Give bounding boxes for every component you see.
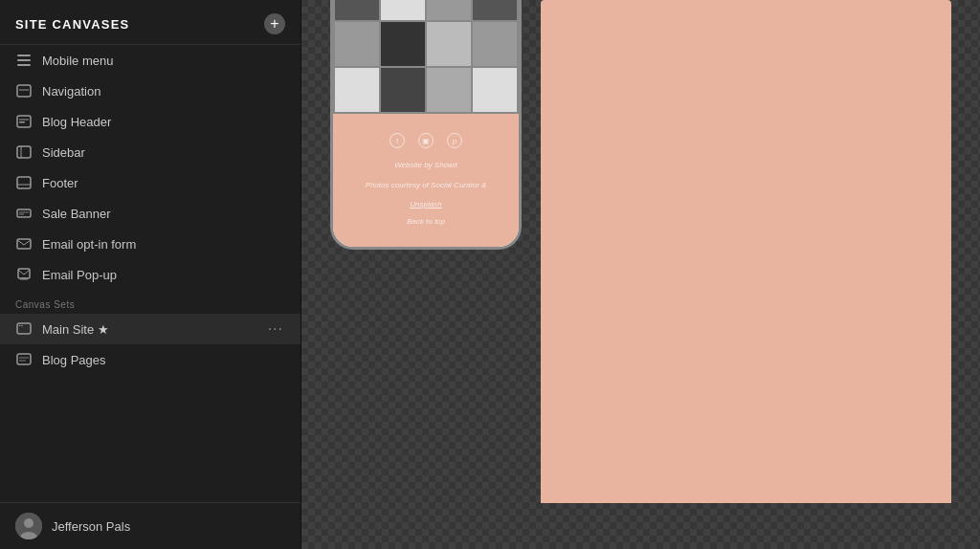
svg-rect-18	[17, 323, 31, 334]
svg-rect-15	[17, 239, 31, 249]
mobile-menu-label: Mobile menu	[42, 54, 113, 68]
img-cell	[473, 22, 517, 66]
img-cell	[427, 0, 471, 20]
sidebar-item-blog-header[interactable]: Blog Header	[0, 106, 301, 137]
navigation-icon	[15, 82, 33, 99]
svg-rect-2	[17, 64, 31, 66]
mobile-menu-icon	[15, 52, 33, 69]
mobile-phone-preview: f ▣ p Website by Showit Photos courtesy …	[330, 0, 522, 250]
sidebar-item-navigation[interactable]: Navigation	[0, 76, 301, 106]
sidebar-items-list: Mobile menu Navigation Blog Header	[0, 45, 301, 502]
img-cell	[335, 68, 379, 112]
svg-rect-0	[17, 55, 31, 56]
facebook-icon: f	[390, 133, 405, 148]
img-cell	[381, 68, 425, 112]
img-cell	[381, 0, 425, 20]
canvas-area: f ▣ p Website by Showit Photos courtesy …	[301, 0, 980, 549]
sidebar-icon	[15, 143, 33, 161]
navigation-label: Navigation	[42, 84, 100, 99]
img-cell	[473, 68, 517, 112]
canvas-set-blog-pages[interactable]: Blog Pages	[0, 344, 301, 375]
svg-rect-10	[17, 177, 31, 188]
sidebar-item-mobile-menu[interactable]: Mobile menu	[0, 45, 301, 76]
svg-rect-8	[17, 146, 31, 158]
footer-website-text: Website by Showit	[394, 160, 457, 172]
sale-banner-label: Sale Banner	[42, 207, 111, 221]
sidebar-item-footer[interactable]: Footer	[0, 167, 301, 198]
sidebar-title: SITE CANVASES	[15, 17, 129, 32]
svg-rect-7	[19, 121, 25, 123]
img-cell	[427, 22, 471, 66]
instagram-icon: ▣	[418, 133, 434, 148]
svg-rect-21	[17, 354, 31, 364]
svg-rect-16	[18, 269, 30, 278]
sidebar-item-email-popup[interactable]: Email Pop-up	[0, 259, 301, 290]
sidebar-header: SITE CANVASES +	[0, 0, 301, 45]
svg-rect-17	[20, 277, 28, 280]
sidebar-label: Sidebar	[42, 145, 85, 160]
svg-rect-1	[17, 59, 31, 61]
blog-header-icon	[15, 113, 33, 130]
phone-body: f ▣ p Website by Showit Photos courtesy …	[330, 0, 522, 250]
svg-point-25	[24, 518, 33, 528]
sidebar-item-sale-banner[interactable]: Sale Banner	[0, 198, 301, 229]
canvas-sets-label: Canvas Sets	[0, 290, 301, 314]
footer-icon	[15, 174, 33, 191]
blog-pages-icon	[15, 351, 33, 368]
img-cell	[473, 0, 517, 20]
pinterest-icon: p	[447, 133, 462, 148]
sidebar: SITE CANVASES + Mobile menu Navigation	[0, 0, 301, 549]
img-cell	[335, 0, 379, 20]
blog-pages-label: Blog Pages	[42, 353, 106, 367]
social-icons: f ▣ p	[390, 133, 462, 148]
svg-point-20	[21, 325, 23, 327]
img-cell	[427, 68, 471, 112]
img-cell	[381, 22, 425, 66]
svg-point-19	[19, 325, 21, 327]
phone-images-grid	[333, 0, 519, 114]
user-avatar	[15, 513, 42, 539]
main-site-more-button[interactable]: ···	[266, 320, 285, 338]
desktop-preview	[541, 0, 951, 503]
svg-rect-3	[17, 85, 31, 97]
footer-unsplash-link: Unsplash	[410, 200, 441, 209]
canvas-set-main-site[interactable]: Main Site ★ ···	[0, 314, 301, 344]
svg-rect-12	[17, 209, 31, 217]
footer-label: Footer	[42, 176, 78, 190]
email-popup-label: Email Pop-up	[42, 268, 117, 282]
add-canvas-button[interactable]: +	[264, 13, 285, 34]
email-opt-in-icon	[15, 235, 33, 253]
app-container: SITE CANVASES + Mobile menu Navigation	[0, 0, 980, 549]
sale-banner-icon	[15, 205, 33, 222]
email-opt-in-label: Email opt-in form	[42, 237, 136, 252]
phone-footer-content: f ▣ p Website by Showit Photos courtesy …	[333, 114, 519, 247]
main-site-label: Main Site ★	[42, 322, 256, 337]
sidebar-item-sidebar[interactable]: Sidebar	[0, 137, 301, 167]
canvas-previews: f ▣ p Website by Showit Photos courtesy …	[301, 0, 980, 503]
blog-header-label: Blog Header	[42, 115, 111, 129]
sidebar-item-email-opt-in[interactable]: Email opt-in form	[0, 229, 301, 259]
img-cell	[335, 22, 379, 66]
main-site-icon	[15, 320, 33, 338]
email-popup-icon	[15, 266, 33, 283]
footer-back-top: Back to top	[407, 216, 445, 229]
user-name: Jefferson Pals	[52, 519, 130, 534]
footer-photos-text: Photos courtesy of Social Curator &	[366, 180, 487, 192]
sidebar-user-footer: Jefferson Pals	[0, 502, 301, 549]
